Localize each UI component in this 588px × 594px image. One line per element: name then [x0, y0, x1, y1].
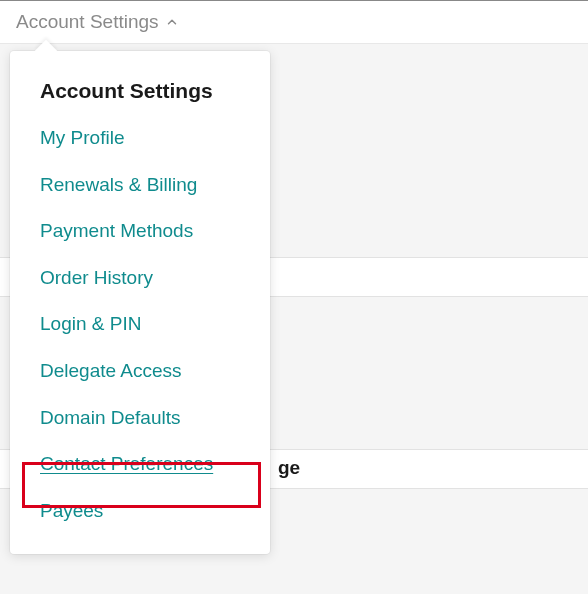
- menu-item-domain-defaults[interactable]: Domain Defaults: [10, 395, 270, 442]
- account-settings-toggle[interactable]: Account Settings: [0, 1, 588, 44]
- menu-item-renewals-billing[interactable]: Renewals & Billing: [10, 162, 270, 209]
- chevron-up-icon: [165, 15, 179, 29]
- menu-item-my-profile[interactable]: My Profile: [10, 115, 270, 162]
- menu-item-delegate-access[interactable]: Delegate Access: [10, 348, 270, 395]
- account-settings-toggle-label: Account Settings: [16, 11, 159, 33]
- menu-item-order-history[interactable]: Order History: [10, 255, 270, 302]
- menu-item-login-pin[interactable]: Login & PIN: [10, 301, 270, 348]
- menu-item-payment-methods[interactable]: Payment Methods: [10, 208, 270, 255]
- account-settings-dropdown: Account Settings My Profile Renewals & B…: [10, 51, 270, 554]
- background-partial-text: ge: [278, 457, 300, 479]
- dropdown-header: Account Settings: [10, 79, 270, 115]
- menu-item-payees[interactable]: Payees: [10, 488, 270, 535]
- menu-item-contact-preferences[interactable]: Contact Preferences: [10, 441, 270, 488]
